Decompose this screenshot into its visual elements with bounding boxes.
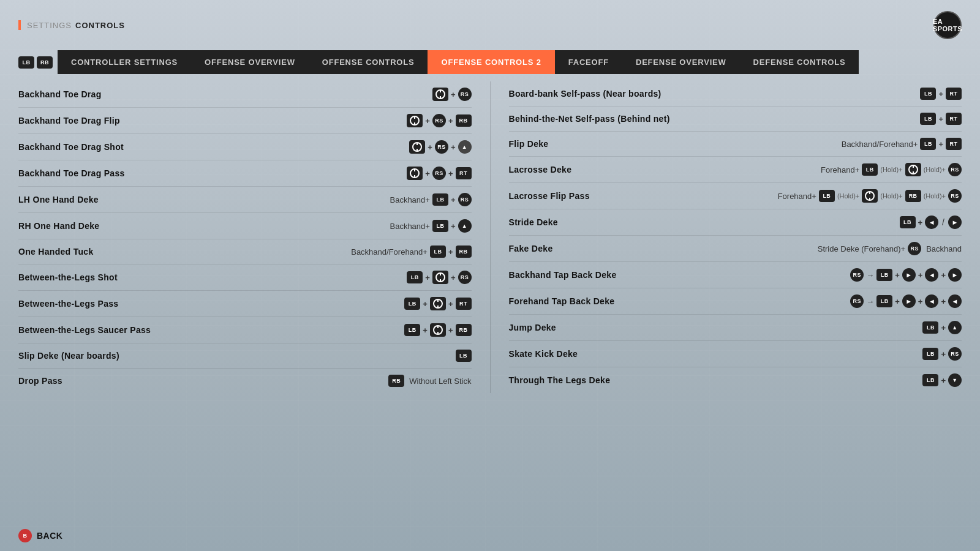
rs-flick-icon xyxy=(432,88,448,101)
breadcrumb: SETTINGS CONTROLS xyxy=(18,20,125,30)
rt-icon: RT xyxy=(946,138,962,150)
lb-icon: LB xyxy=(922,348,938,360)
control-binding: LB xyxy=(456,350,472,362)
rb-button[interactable]: RB xyxy=(37,56,53,69)
rb-icon: RB xyxy=(456,324,472,336)
lb-button[interactable]: LB xyxy=(18,56,34,69)
control-name: Forehand Tap Back Deke xyxy=(509,296,615,306)
rs-icon: RS xyxy=(432,167,446,180)
control-binding: LB + RT xyxy=(920,113,962,125)
rs-icon: RS xyxy=(458,193,472,206)
backhand-text: Backhand xyxy=(926,244,962,253)
plus-1: + xyxy=(423,326,428,335)
lb-icon: LB xyxy=(862,163,878,176)
control-binding: LB + ◄ / ► xyxy=(900,216,962,229)
rs-icon: RS xyxy=(908,242,921,255)
breadcrumb-settings: SETTINGS xyxy=(27,21,72,30)
control-row-skate-kick: Skate Kick Deke LB + RS xyxy=(509,341,962,367)
control-binding: + RS + RT xyxy=(407,167,471,180)
plus-1: + xyxy=(425,169,430,178)
rs-icon: RS xyxy=(850,294,864,308)
rs-icon: RS xyxy=(458,271,472,284)
stride-text: Stride Deke (Forehand)+ xyxy=(818,244,905,253)
plus-2: + xyxy=(918,297,923,306)
control-row-slip-deke: Slip Deke (Near boards) LB xyxy=(18,343,472,369)
plus-2: + xyxy=(448,299,453,309)
plus-2: + xyxy=(451,143,456,152)
control-name: Stride Deke xyxy=(509,217,558,227)
control-row-backhand-toe-drag-shot: Backhand Toe Drag Shot + RS + ▲ xyxy=(18,134,472,160)
bh-fh-text: Backhand/Forehand+ xyxy=(842,140,918,149)
rs-icon: RS xyxy=(948,347,962,361)
control-name: One Handed Tuck xyxy=(18,247,93,257)
control-name: Jump Deke xyxy=(509,323,556,332)
lb-icon: LB xyxy=(876,269,892,281)
tab-faceoff[interactable]: FACEOFF xyxy=(555,50,622,74)
plus-3: + xyxy=(941,271,946,280)
ea-sports-logo: EASPORTS xyxy=(933,11,962,39)
control-row-boardbank: Board-bank Self-pass (Near boards) LB + … xyxy=(509,81,962,107)
control-row-btl-shot: Between-the-Legs Shot LB + + RS xyxy=(18,264,472,291)
tab-controller-settings[interactable]: CONTROLLER SETTINGS xyxy=(58,50,191,74)
plus-2: + xyxy=(448,116,453,126)
tab-offense-controls[interactable]: OFFENSE CONTROLS xyxy=(309,50,428,74)
tab-prefix-buttons: LB RB xyxy=(18,50,53,74)
control-binding: + RS + RB xyxy=(407,114,471,127)
header: SETTINGS CONTROLS EASPORTS xyxy=(0,0,980,45)
rs-flick-icon xyxy=(905,163,921,176)
ls-right-icon: ► xyxy=(948,216,962,229)
rb-icon: RB xyxy=(905,190,921,202)
control-binding: LB + ▲ xyxy=(922,321,962,334)
control-row-through-legs: Through The Legs Deke LB + ▼ xyxy=(509,367,962,393)
control-name: Flip Deke xyxy=(509,139,549,149)
control-row-jump-deke: Jump Deke LB + ▲ xyxy=(509,315,962,341)
plus-1: + xyxy=(451,90,456,99)
control-binding: LB + + RS xyxy=(407,271,471,284)
rs-icon: RS xyxy=(432,114,446,127)
lb-icon: LB xyxy=(432,193,448,206)
plus-1: + xyxy=(425,273,430,282)
lb-icon: LB xyxy=(920,138,936,150)
tab-offense-overview[interactable]: OFFENSE OVERVIEW xyxy=(191,50,309,74)
rs-flick-icon xyxy=(430,297,446,310)
control-row-one-handed-tuck: One Handed Tuck Backhand/Forehand+ LB + … xyxy=(18,239,472,264)
ls-l-icon: ◄ xyxy=(925,294,938,308)
rb-icon: RB xyxy=(388,375,404,387)
lb-icon: LB xyxy=(432,220,448,232)
rs-flick-icon xyxy=(407,167,423,180)
plus-2: + xyxy=(448,169,453,178)
rs-flick-icon xyxy=(407,114,423,127)
bottom-bar: B BACK xyxy=(0,520,980,551)
lb-icon: LB xyxy=(920,88,936,100)
lb-icon: LB xyxy=(404,298,420,310)
plus-1: + xyxy=(448,247,453,257)
arr: → xyxy=(866,271,874,280)
control-name: Lacrosse Flip Pass xyxy=(509,191,590,201)
control-binding: RS → LB + ► + ◄ + ► xyxy=(850,268,962,282)
lb-icon: LB xyxy=(922,374,938,386)
tab-bar: LB RB CONTROLLER SETTINGS OFFENSE OVERVI… xyxy=(0,50,980,74)
rs-icon: RS xyxy=(850,268,864,282)
control-row-backhand-toe-drag-flip: Backhand Toe Drag Flip + RS + RB xyxy=(18,108,472,134)
b-button-icon: B xyxy=(18,529,32,542)
rs-up-icon: ▲ xyxy=(458,219,472,233)
rs-flick-icon xyxy=(432,271,448,284)
control-binding: LB + RS xyxy=(922,347,962,361)
rb-icon: RB xyxy=(456,246,472,258)
lb-icon: LB xyxy=(920,113,936,125)
plus-2: + xyxy=(448,326,453,335)
control-binding: LB + ▼ xyxy=(922,373,962,387)
tab-defense-controls[interactable]: DEFENSE CONTROLS xyxy=(740,50,859,74)
plus-2: + xyxy=(451,273,456,282)
hold-text2: (Hold)+ xyxy=(880,192,902,200)
rs-icon: RS xyxy=(948,163,962,176)
back-button[interactable]: B BACK xyxy=(18,529,62,542)
plus-1: + xyxy=(895,271,900,280)
ls-left-icon: ◄ xyxy=(925,216,938,229)
control-name: Between-the-Legs Saucer Pass xyxy=(18,325,151,335)
tab-offense-controls-2[interactable]: OFFENSE CONTROLS 2 xyxy=(428,50,554,74)
control-row-backhand-toe-drag: Backhand Toe Drag + RS xyxy=(18,81,472,108)
control-name: Board-bank Self-pass (Near boards) xyxy=(509,89,662,99)
rs-down-icon: ▼ xyxy=(948,373,962,387)
tab-defense-overview[interactable]: DEFENSE OVERVIEW xyxy=(622,50,740,74)
